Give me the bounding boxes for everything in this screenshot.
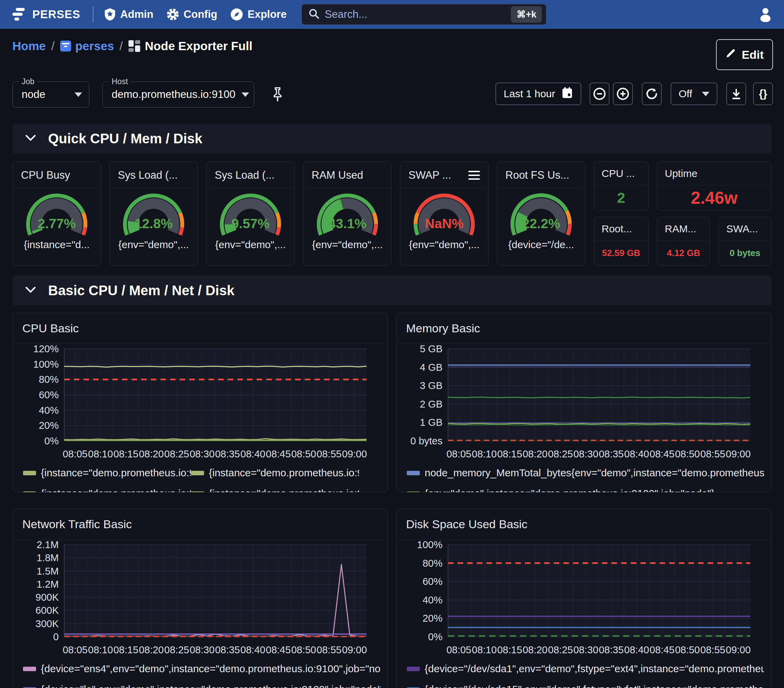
legend-item[interactable]: node_memory_MemTotal_bytes{env="demo",in… — [407, 467, 764, 479]
host-select[interactable]: Host demo.prometheus.io:9100 — [102, 81, 254, 107]
panel-title: CPU Busy — [21, 169, 70, 181]
collapse-chevron-icon[interactable] — [25, 134, 36, 143]
panel-disk-space-used-basic: Disk Space Used Basic 0%20%40%60%80%100%… — [396, 508, 772, 688]
legend-item[interactable]: {instance="demo.prometheus.io:9100"} — [23, 467, 191, 479]
panel-title: CPU ... — [594, 162, 648, 185]
panel-memory-basic: Memory Basic 0 bytes1 GB2 GB3 GB4 GB5 GB… — [396, 313, 772, 492]
section-header-basic[interactable]: Basic CPU / Mem / Net / Disk — [12, 276, 772, 305]
job-select-label: Job — [19, 77, 37, 86]
svg-text:08:20: 08:20 — [522, 644, 548, 655]
svg-text:NaN%: NaN% — [425, 216, 463, 231]
breadcrumb: Home / perses / Node Exporter Full — [12, 35, 772, 57]
search-shortcut-badge: ⌘+k — [511, 6, 542, 23]
legend-item[interactable]: {instance="demo.prometheus.io:9100"} — [191, 488, 359, 492]
line-chart[interactable]: 0%20%40%60%80%100%08:0508:1008:1508:2008… — [397, 540, 763, 657]
legend-swatch — [23, 667, 36, 671]
gauge-chart: 9.57% — [211, 193, 290, 239]
shield-star-icon — [104, 8, 116, 21]
line-chart[interactable]: 0300K600K900K1.2M1.5M1.8M2.1M08:0508:100… — [13, 540, 379, 657]
time-controls: Last 1 hour Off {} — [496, 82, 773, 105]
svg-text:09:00: 09:00 — [342, 449, 367, 459]
legend-swatch — [191, 492, 204, 493]
breadcrumb-separator: / — [51, 39, 54, 53]
svg-text:100%: 100% — [33, 359, 59, 370]
legend-item[interactable]: {instance="demo.prometheus.io:9100"} — [23, 488, 191, 492]
svg-text:08:50: 08:50 — [292, 449, 316, 459]
svg-text:08:35: 08:35 — [215, 644, 240, 655]
pin-variables-button[interactable] — [268, 85, 287, 104]
svg-text:08:35: 08:35 — [599, 449, 624, 459]
nav-item-admin[interactable]: Admin — [104, 8, 153, 21]
svg-text:80%: 80% — [39, 374, 59, 385]
svg-text:08:10: 08:10 — [472, 644, 497, 655]
legend-item[interactable]: {device="lo",env="demo",instance="demo.p… — [23, 683, 380, 688]
section-title: Quick CPU / Mem / Disk — [48, 131, 203, 147]
svg-text:08:45: 08:45 — [650, 449, 675, 459]
chevron-down-icon — [242, 92, 249, 97]
dashboard-body: Quick CPU / Mem / Disk CPU Busy 2.77% {i… — [0, 124, 784, 688]
svg-text:08:30: 08:30 — [573, 644, 598, 655]
svg-text:100%: 100% — [417, 540, 443, 550]
download-button[interactable] — [726, 82, 746, 105]
panel-uptime: Uptime 2.46w — [657, 162, 772, 211]
host-select-value: demo.prometheus.io:9100 — [112, 88, 236, 101]
breadcrumb-home-link[interactable]: Home — [12, 39, 46, 53]
legend-item[interactable]: {instance="demo.prometheus.io:9100"} — [191, 467, 359, 479]
panel-title: RAM... — [657, 217, 710, 241]
search-placeholder: Search... — [324, 8, 511, 21]
collapse-chevron-icon[interactable] — [25, 286, 36, 295]
perses-logo[interactable]: PERSES — [12, 7, 81, 21]
svg-text:0%: 0% — [44, 436, 59, 446]
svg-text:1.8M: 1.8M — [37, 552, 59, 563]
svg-text:08:45: 08:45 — [650, 644, 675, 655]
svg-text:09:00: 09:00 — [726, 644, 751, 655]
zoom-out-button[interactable] — [590, 82, 609, 105]
svg-text:20%: 20% — [39, 420, 59, 431]
refresh-interval-select[interactable]: Off — [670, 82, 717, 105]
svg-text:08:35: 08:35 — [599, 644, 624, 655]
dashboard-icon — [128, 40, 140, 52]
panel-title: Disk Space Used Basic — [406, 518, 527, 531]
legend-item[interactable]: {device="ens4",env="demo",instance="demo… — [23, 663, 380, 675]
svg-text:600K: 600K — [35, 605, 59, 616]
nav-item-explore[interactable]: Explore — [230, 8, 287, 21]
svg-text:22.2%: 22.2% — [522, 216, 560, 231]
legend-item[interactable]: {env="demo",instance="demo.prometheus.io… — [407, 488, 764, 492]
svg-text:08:40: 08:40 — [624, 644, 649, 655]
view-json-button[interactable]: {} — [753, 82, 773, 105]
svg-text:08:20: 08:20 — [139, 449, 164, 459]
legend-item[interactable]: {device="/dev/sda15",env="demo",fstype="… — [407, 683, 764, 688]
line-chart[interactable]: 0 bytes1 GB2 GB3 GB4 GB5 GB08:0508:1008:… — [397, 344, 763, 461]
svg-text:08:50: 08:50 — [675, 449, 700, 459]
panel-menu-icon[interactable] — [468, 171, 480, 180]
svg-text:08:05: 08:05 — [63, 644, 87, 655]
job-select-value: node — [21, 88, 68, 101]
panel-network-traffic-basic: Network Traffic Basic 0300K600K900K1.2M1… — [12, 508, 388, 688]
svg-text:1 GB: 1 GB — [420, 417, 443, 428]
line-chart[interactable]: 0%20%40%60%80%100%120%08:0508:1008:1508:… — [13, 344, 379, 461]
svg-text:40%: 40% — [423, 594, 443, 606]
user-avatar[interactable] — [757, 5, 774, 23]
legend-item[interactable]: {device="/dev/sda1",env="demo",fstype="e… — [407, 663, 764, 675]
section-header-quick[interactable]: Quick CPU / Mem / Disk — [12, 124, 772, 153]
nav-item-config[interactable]: Config — [166, 8, 217, 21]
svg-text:120%: 120% — [33, 344, 59, 354]
zoom-in-button[interactable] — [613, 82, 633, 105]
svg-text:08:15: 08:15 — [497, 449, 522, 459]
search-input[interactable]: Search... ⌘+k — [301, 4, 546, 25]
panel-title: RAM Used — [311, 169, 363, 181]
legend-swatch — [23, 471, 36, 475]
svg-text:08:35: 08:35 — [215, 449, 240, 459]
job-select[interactable]: Job node — [12, 81, 89, 107]
stat-value: 2.46w — [657, 185, 771, 210]
chart-row-top: CPU Basic 0%20%40%60%80%100%120%08:0508:… — [12, 313, 772, 492]
refresh-interval-value: Off — [679, 88, 692, 100]
edit-button[interactable]: Edit — [716, 39, 773, 70]
breadcrumb-project-link[interactable]: perses — [60, 39, 114, 53]
svg-text:09:00: 09:00 — [726, 449, 751, 459]
svg-text:08:25: 08:25 — [164, 644, 189, 655]
svg-text:0: 0 — [53, 631, 59, 642]
time-range-picker[interactable]: Last 1 hour — [496, 82, 581, 105]
refresh-button[interactable] — [642, 82, 662, 105]
section-title: Basic CPU / Mem / Net / Disk — [48, 283, 234, 298]
